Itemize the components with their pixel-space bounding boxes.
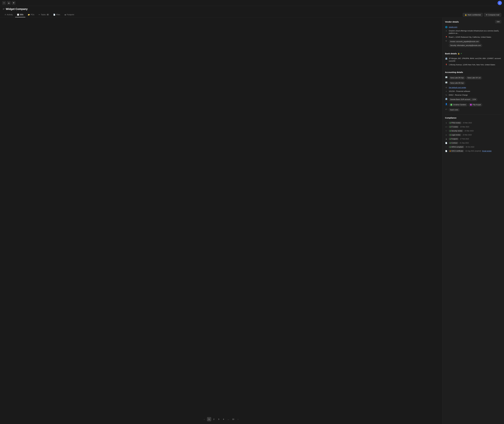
compose-mail-button[interactable]: ✉ Compose mail <box>484 13 501 17</box>
tab-bills[interactable]: ⬜ Bills <box>15 12 25 17</box>
right-panel: Vendor details Edit 🌐 oracle.com ≡ Oracl… <box>442 18 504 424</box>
it-date: 23 Mar 2023 <box>460 126 469 128</box>
mark-confidential-button[interactable]: 🔒 Mark confidential <box>463 13 483 17</box>
accounting-vat-row: % DKEZ - Reverse Charge <box>445 93 501 97</box>
edit-vendor-button[interactable]: Edit <box>495 20 501 23</box>
tasks-icon: ✏ <box>39 14 40 16</box>
mark-confidential-label: Mark confidential <box>468 14 481 16</box>
tab-files[interactable]: 📄 Files <box>51 12 62 17</box>
hipaa-badge: HIPAA compliant <box>449 146 464 148</box>
mail-icon: ✉ <box>486 14 487 16</box>
up-button[interactable]: ▲ <box>7 1 11 5</box>
security-date: 23 Mar 2023 <box>464 130 473 132</box>
accounting-entities: Sana Labs DK Aps Sana Labs UK Ltd <box>449 76 501 80</box>
page-2-button[interactable]: 2 <box>212 417 216 421</box>
website-link[interactable]: oracle.com <box>449 26 457 28</box>
page-3-button[interactable]: 3 <box>217 417 221 421</box>
bank-details-section-title: Bank details 🔒 ✔ <box>445 52 501 55</box>
vendor-website-row: 🌐 oracle.com <box>445 25 501 29</box>
close-button[interactable]: × <box>2 1 6 5</box>
tab-pos-label: POs <box>31 13 34 16</box>
set-default-cost-center[interactable]: Set default cost center <box>449 86 501 89</box>
contract-date: 21 Sep 2022 <box>460 142 469 144</box>
tab-pos[interactable]: 📁 POs <box>26 12 36 17</box>
bank-address-row: 📍 1 Money Avenue, 12345 New York, New Yo… <box>445 63 501 67</box>
divider-2 <box>445 69 501 69</box>
entity-2-chip: Sana Labs UK Ltd <box>466 76 482 80</box>
it-badge: IT review <box>449 125 459 128</box>
vendor-address: Road 1, 12345 Redwood City, California, … <box>449 36 501 38</box>
left-panel: ‹ 1 2 3 4 ... 13 › <box>0 18 442 424</box>
vat-icon: % <box>445 94 448 96</box>
security-label: Security review <box>451 130 462 132</box>
next-page-button[interactable]: › <box>236 417 240 421</box>
bank-lock-icon: 🔒 <box>458 53 460 55</box>
compliance-fpa-row: $ FP&A review 23 Mar 2023 <box>445 121 501 125</box>
page-4-button[interactable]: 4 <box>221 417 226 421</box>
fpa-label: FP&A review <box>451 122 461 124</box>
invoice-email-chip: Invoice: accounts_payable@oracle.com <box>449 40 480 43</box>
bank-verified-icon: ✔ <box>461 53 462 55</box>
compliance-contract-row: 📄 Contract 21 Sep 2022 <box>445 141 501 145</box>
footprint-date: 17 Feb 2023 <box>460 138 469 140</box>
prev-page-button[interactable]: ‹ <box>202 417 206 421</box>
tab-activity-label: Activity <box>7 13 13 16</box>
soc2-icon: 📄 <box>445 150 448 152</box>
accounting-tag-row: 🏷 SaaS costs <box>445 107 501 112</box>
accounting-ledger: 101234 - Financial software <box>449 90 501 93</box>
page-title: Widget Company <box>6 7 28 11</box>
compliance-section-title: Compliance <box>445 117 501 119</box>
filip-name: Filip Kozjak <box>473 104 481 106</box>
security-badge: Security review <box>449 130 463 132</box>
hipaa-icon: ♡ <box>445 146 448 148</box>
entities-icon: 🏢 <box>445 76 448 78</box>
default-cost-center-icon: ⚙ <box>445 87 448 89</box>
it-label: IT review <box>451 126 458 128</box>
accounting-cost-center: Sana Labs DK Aps <box>449 81 501 85</box>
vendor-address-row: 📍 Road 1, 12345 Redwood City, California… <box>445 35 501 39</box>
accounting-owners-row: 👤 J Jonathan Sanders F Filip Kozjak <box>445 102 501 107</box>
footprint-status-dot <box>450 138 451 139</box>
footprint-compliance-icon: ◉ <box>445 138 448 140</box>
footprint-label: Footprint <box>451 138 458 140</box>
legal-status-dot <box>450 135 451 135</box>
security-email-chip: Security: information_security@oracle.co… <box>449 44 482 47</box>
accounting-vat: DKEZ - Reverse Charge <box>449 94 501 96</box>
page-13-button[interactable]: 13 <box>231 417 235 421</box>
compliance-legal-row: ⚖ Legal review 23 Mar 2023 <box>445 133 501 137</box>
accounting-details-title-text: Accounting details <box>445 71 463 73</box>
entity-1-chip: Sana Labs DK Aps <box>449 76 465 80</box>
vendor-emails-row: ✉ Invoice: accounts_payable@oracle.com S… <box>445 39 501 48</box>
accounting-details-section-title: Accounting details <box>445 71 501 73</box>
it-status-dot <box>450 126 451 127</box>
legal-date: 23 Mar 2023 <box>463 134 472 136</box>
vendor-description: Oracle's cloud offerings include infrast… <box>449 30 501 34</box>
page-1-button[interactable]: 1 <box>207 417 211 421</box>
accounting-tag: SaaS costs <box>449 108 501 112</box>
contract-icon: 📄 <box>445 142 448 144</box>
pagination: ‹ 1 2 3 4 ... 13 › <box>202 417 240 421</box>
email-vendor-link[interactable]: Email vendor <box>482 150 492 152</box>
contract-status-dot <box>450 143 451 143</box>
bank-location-icon: 📍 <box>445 64 448 66</box>
hipaa-date: 30 Oct 2022 <box>466 146 474 148</box>
accounting-bank-chip: Danske Bank, EUR account, ...1234 <box>449 98 478 101</box>
avatar[interactable]: J <box>498 1 502 5</box>
cost-center-chip: Sana Labs DK Aps <box>449 81 465 85</box>
tab-activity[interactable]: ↺ Activity <box>3 12 15 17</box>
down-button[interactable]: ▼ <box>12 1 16 5</box>
pos-icon: 📁 <box>28 14 30 16</box>
accounting-bank: Danske Bank, EUR account, ...1234 <box>449 98 501 101</box>
bills-icon: ⬜ <box>17 14 19 16</box>
nav-tabs-left: ↺ Activity ⬜ Bills 📁 POs ✏ Tasks 4 📄 Fil… <box>3 12 76 17</box>
fpa-badge: FP&A review <box>449 121 462 124</box>
bank-info: JP Morgan, BIC: JPMJPM, IBAN: xxx1234, A… <box>449 57 501 62</box>
compose-mail-label: Compose mail <box>488 14 499 16</box>
activity-icon: ↺ <box>5 14 6 16</box>
title-icon: ↺ <box>3 8 4 10</box>
page-ellipsis: ... <box>226 417 231 421</box>
footprint-icon: ◉ <box>64 14 66 16</box>
soc2-label: SOC2 certificate <box>451 150 463 152</box>
tab-footprint[interactable]: ◉ Footprint <box>63 12 76 17</box>
tab-tasks[interactable]: ✏ Tasks 4 <box>37 12 51 17</box>
